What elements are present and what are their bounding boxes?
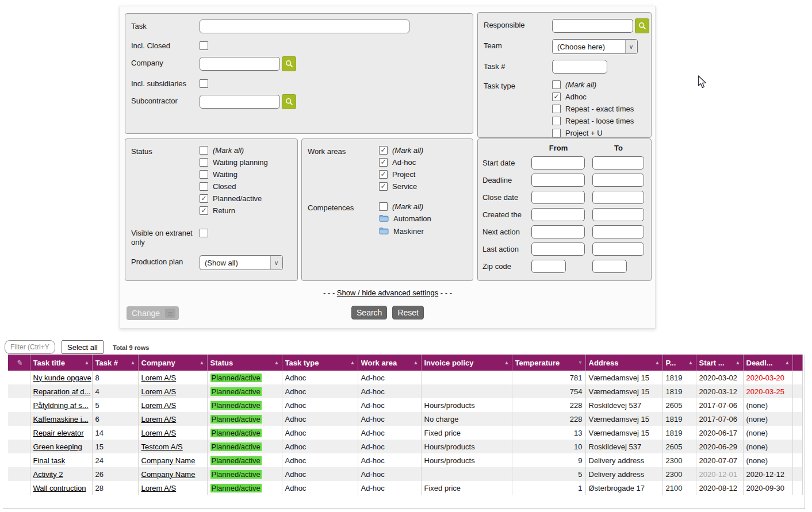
created-the-to-input[interactable] [592,208,644,221]
company-link[interactable]: Lorem A/S [141,429,177,437]
task-title-link[interactable]: Ny kunde opgave [33,374,91,382]
company-link[interactable]: Testcom A/S [141,442,183,451]
next-action-to-input[interactable] [592,225,644,238]
responsible-input[interactable] [552,19,633,33]
task-title-link[interactable]: Repair elevator [33,429,84,437]
task-type-option[interactable]: (Mark all) [552,80,634,89]
sort-asc-icon[interactable]: ▲ [785,360,790,365]
search-button[interactable]: Search [351,306,387,319]
task-type-option[interactable]: Adhoc [552,93,634,101]
company-link[interactable]: Lorem A/S [141,415,177,424]
incl-closed-checkbox[interactable] [200,41,208,50]
responsible-search-button[interactable] [635,18,649,33]
status-checkbox[interactable] [200,146,208,155]
competence-mark-all-option[interactable]: (Mark all) [379,202,431,211]
task-type-option[interactable]: Repeat - exact times [552,105,634,113]
task-number-input[interactable] [552,60,607,74]
table-filter-input[interactable] [5,340,55,354]
task-title-link[interactable]: Kaffemaskine i... [33,415,89,424]
company-link[interactable]: Company Name [141,456,196,465]
column-header-start-[interactable]: Start ...▲ [696,355,743,371]
sort-asc-icon[interactable]: ▲ [200,360,205,365]
sort-asc-icon[interactable]: ▲ [736,360,741,365]
sort-asc-icon[interactable]: ▲ [131,360,136,365]
column-header-edit[interactable]: ✎ [8,355,30,371]
status-option[interactable]: Planned/active [200,194,268,203]
close-date-from-input[interactable] [531,191,585,204]
work-area-option[interactable]: Project [379,170,423,179]
status-checkbox[interactable] [200,158,208,167]
column-header-temperature[interactable]: Temperature▼ [512,355,585,371]
task-title-link[interactable]: Påfyldning af s... [33,401,89,410]
task-type-checkbox[interactable] [552,117,561,125]
task-title-link[interactable]: Wall contruction [33,484,86,492]
task-type-checkbox[interactable] [552,80,561,89]
task-title-link[interactable]: Reparation af d... [33,387,91,396]
company-link[interactable]: Lorem A/S [141,401,177,410]
work-area-option[interactable]: Ad-hoc [379,158,423,167]
task-type-option[interactable]: Repeat - loose times [552,117,634,125]
column-header-task-title[interactable]: Task title▲ [30,355,92,371]
extranet-only-checkbox[interactable] [200,229,208,237]
task-title-link[interactable]: Green keeping [33,442,82,451]
task-title-link[interactable]: Final task [33,456,66,465]
incl-subsidiaries-checkbox[interactable] [200,79,208,88]
status-checkbox[interactable] [200,182,208,191]
sort-asc-icon[interactable]: ▲ [413,360,419,365]
column-header-company[interactable]: Company▲ [138,355,207,371]
task-type-checkbox[interactable] [552,93,561,101]
work-area-checkbox[interactable] [379,158,388,167]
company-search-button[interactable] [282,56,296,71]
work-area-checkbox[interactable] [379,182,388,191]
zip-code-from-input[interactable] [531,260,566,273]
competence-folder[interactable]: Maskiner [379,227,431,236]
competence-folder[interactable]: Automation [379,214,431,224]
column-header-work-area[interactable]: Work area▲ [358,355,421,371]
company-link[interactable]: Company Name [141,470,196,479]
column-header-deadl-[interactable]: Deadl...▲ [743,355,792,371]
deadline-to-input[interactable] [592,174,644,187]
company-link[interactable]: Lorem A/S [141,484,177,492]
company-input[interactable] [200,57,280,71]
sort-asc-icon[interactable]: ▲ [350,360,355,365]
subcontractor-search-button[interactable] [282,94,296,109]
select-all-button[interactable]: Select all [62,340,104,354]
competence-mark-all-checkbox[interactable] [379,202,388,211]
task-type-option[interactable]: Project + U [552,129,634,137]
deadline-from-input[interactable] [531,174,585,187]
sort-asc-icon[interactable]: ▲ [85,360,90,365]
sort-desc-icon[interactable]: ▼ [578,360,583,365]
column-header-task-#[interactable]: Task #▲ [92,355,138,371]
status-option[interactable]: Return [200,206,268,215]
task-input[interactable] [200,20,409,33]
work-area-checkbox[interactable] [379,170,388,179]
work-area-option[interactable]: Service [379,182,423,191]
last-action-to-input[interactable] [592,242,644,256]
status-checkbox[interactable] [200,170,208,179]
sort-asc-icon[interactable]: ▲ [688,360,694,365]
work-area-checkbox[interactable] [379,146,388,155]
production-plan-select[interactable]: (Show all) ∨ [200,255,283,270]
work-area-option[interactable]: (Mark all) [379,146,423,155]
column-header-address[interactable]: Address▲ [585,355,662,371]
sort-asc-icon[interactable]: ▲ [274,360,279,365]
next-action-from-input[interactable] [531,225,585,238]
task-type-checkbox[interactable] [552,105,561,113]
status-option[interactable]: Waiting planning [200,158,268,167]
subcontractor-input[interactable] [200,95,280,109]
advanced-settings-link[interactable]: Show / hide advanced settings [337,288,438,297]
task-title-link[interactable]: Activity 2 [33,470,63,479]
status-option[interactable]: Closed [200,182,268,191]
column-header-task-type[interactable]: Task type▲ [282,355,358,371]
team-select[interactable]: (Choose here) ∨ [552,39,638,54]
zip-code-to-input[interactable] [592,260,627,273]
status-option[interactable]: (Mark all) [200,146,268,155]
sort-asc-icon[interactable]: ▲ [504,360,510,365]
column-header-p-[interactable]: P...▲ [662,355,696,371]
status-checkbox[interactable] [200,206,208,215]
status-checkbox[interactable] [200,194,208,203]
column-header-invoice-policy[interactable]: Invoice policy▲ [421,355,512,371]
company-link[interactable]: Lorem A/S [141,374,177,382]
task-type-checkbox[interactable] [552,129,561,137]
start-date-from-input[interactable] [531,156,585,170]
